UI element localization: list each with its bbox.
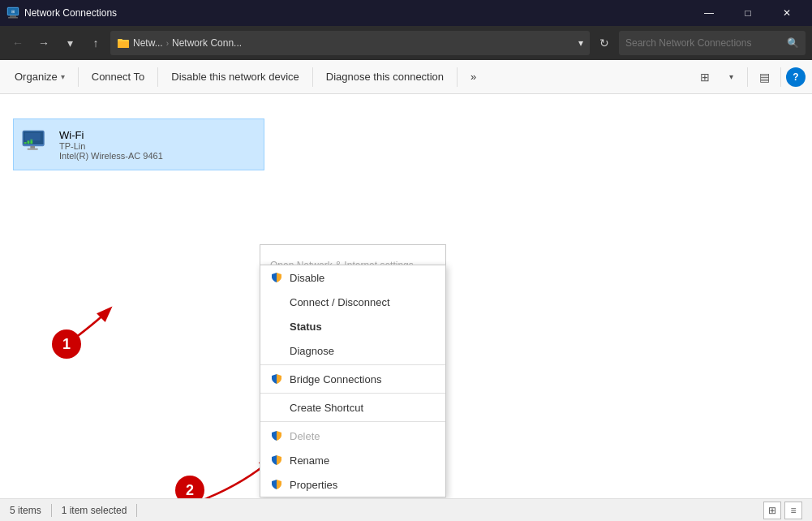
context-menu-item-properties[interactable]: Properties	[260, 472, 445, 497]
svg-rect-7	[118, 39, 122, 41]
main-content: Wi-Fi TP-Lin Intel(R) Wireless-AC 9461 1…	[0, 94, 812, 498]
context-menu-label-diagnose: Diagnose	[290, 345, 334, 357]
svg-rect-2	[8, 17, 18, 19]
search-bar[interactable]: 🔍	[619, 31, 806, 55]
context-menu-separator	[260, 364, 445, 365]
more-button[interactable]: »	[462, 64, 484, 90]
context-menu-item-status[interactable]: Status	[260, 314, 445, 338]
svg-text:⊞: ⊞	[11, 9, 15, 14]
svg-rect-6	[118, 41, 129, 48]
organize-dropdown-icon: ▾	[61, 72, 65, 81]
connect-to-button[interactable]: Connect To	[84, 64, 153, 90]
context-menu: DisableConnect / DisconnectStatusDiagnos…	[260, 265, 446, 497]
shield-icon-delete	[270, 429, 283, 442]
refresh-button[interactable]: ↻	[593, 32, 616, 54]
close-button[interactable]: ✕	[768, 0, 806, 26]
up-button[interactable]: ↑	[84, 32, 107, 54]
title-bar: ⊞ Network Connections — □ ✕	[0, 0, 812, 26]
network-detail-2: Intel(R) Wireless-AC 9461	[59, 151, 257, 161]
context-menu-label-properties: Properties	[290, 479, 337, 491]
network-device-icon	[20, 129, 51, 160]
svg-rect-13	[28, 140, 30, 144]
maximize-button[interactable]: □	[729, 0, 767, 26]
status-separator-1	[51, 504, 52, 517]
svg-rect-11	[28, 149, 38, 150]
status-view-btn-1[interactable]: ⊞	[763, 502, 781, 519]
selection-status: 1 item selected	[62, 505, 127, 516]
toolbar-right: ⊞ ▾ ▤ ?	[694, 66, 806, 88]
status-view-btn-2[interactable]: ≡	[784, 502, 802, 519]
organize-button[interactable]: Organize ▾	[6, 64, 73, 90]
context-menu-item-diagnose[interactable]: Diagnose	[260, 338, 445, 363]
status-view-controls: ⊞ ≡	[763, 502, 802, 519]
status-separator-2	[136, 504, 137, 517]
context-menu-label-delete: Delete	[290, 430, 320, 442]
view-toggle-button[interactable]: ⊞	[694, 66, 716, 88]
status-bar: 5 items 1 item selected ⊞ ≡	[0, 498, 812, 521]
context-menu-item-bridge[interactable]: Bridge Connections	[260, 367, 445, 391]
address-bar: ← → ▾ ↑ Netw... › Network Conn... ▾ ↻ 🔍	[0, 26, 812, 60]
annotation-2: 2	[175, 476, 204, 498]
context-menu-label-bridge: Bridge Connections	[290, 373, 381, 385]
shield-icon-disable	[270, 271, 283, 284]
shield-icon-properties	[270, 478, 283, 491]
toolbar-separator-4	[457, 67, 458, 87]
search-input[interactable]	[625, 37, 782, 49]
context-menu-item-rename[interactable]: Rename	[260, 448, 445, 472]
wifi-network-item[interactable]: Wi-Fi TP-Lin Intel(R) Wireless-AC 9461	[13, 118, 264, 170]
context-menu-item-connect[interactable]: Connect / Disconnect	[260, 290, 445, 314]
back-button[interactable]: ←	[6, 32, 29, 54]
context-menu-label-connect: Connect / Disconnect	[290, 296, 390, 308]
toolbar-separator-6	[780, 67, 781, 87]
breadcrumb-dropdown[interactable]: ▾	[578, 37, 583, 49]
view-dropdown-button[interactable]: ▾	[720, 66, 742, 88]
context-menu-label-status: Status	[290, 321, 322, 333]
folder-icon	[117, 37, 130, 50]
svg-rect-12	[24, 142, 27, 144]
help-button[interactable]: ?	[786, 67, 806, 87]
context-menu-item-shortcut[interactable]: Create Shortcut	[260, 395, 445, 420]
shield-icon-rename	[270, 454, 283, 467]
context-menu-label-disable: Disable	[290, 272, 324, 284]
window-title: Network Connections	[24, 7, 690, 19]
minimize-button[interactable]: —	[690, 0, 728, 26]
dropdown-button[interactable]: ▾	[58, 32, 81, 54]
svg-rect-10	[30, 146, 35, 149]
context-menu-item-delete: Delete	[260, 424, 445, 448]
toolbar: Organize ▾ Connect To Disable this netwo…	[0, 60, 812, 94]
diagnose-button[interactable]: Diagnose this connection	[318, 64, 452, 90]
network-name: Wi-Fi	[59, 129, 257, 141]
window-controls: — □ ✕	[690, 0, 806, 26]
network-detail-1: TP-Lin	[59, 141, 257, 151]
svg-rect-15	[25, 133, 41, 141]
disable-button[interactable]: Disable this network device	[163, 64, 307, 90]
breadcrumb-part1: Netw...	[133, 37, 163, 49]
annotation-1: 1	[52, 329, 81, 359]
context-menu-label-rename: Rename	[290, 454, 329, 467]
toolbar-separator-5	[747, 67, 748, 87]
context-menu-label-shortcut: Create Shortcut	[290, 402, 363, 414]
toolbar-separator-1	[78, 67, 79, 87]
shield-icon-bridge	[270, 372, 283, 385]
context-menu-separator	[260, 393, 445, 394]
app-icon: ⊞	[6, 6, 19, 19]
breadcrumb-separator: ›	[166, 39, 169, 48]
breadcrumb-bar[interactable]: Netw... › Network Conn... ▾	[110, 31, 590, 55]
forward-button[interactable]: →	[32, 32, 55, 54]
toolbar-separator-2	[157, 67, 158, 87]
item-count: 5 items	[10, 505, 41, 516]
search-icon: 🔍	[787, 37, 799, 49]
context-menu-separator	[260, 421, 445, 422]
toolbar-separator-3	[312, 67, 313, 87]
context-menu-item-disable[interactable]: Disable	[260, 265, 445, 290]
breadcrumb-part2: Network Conn...	[172, 37, 242, 49]
svg-rect-1	[10, 15, 16, 17]
pane-button[interactable]: ▤	[753, 66, 775, 88]
network-info: Wi-Fi TP-Lin Intel(R) Wireless-AC 9461	[59, 129, 257, 161]
